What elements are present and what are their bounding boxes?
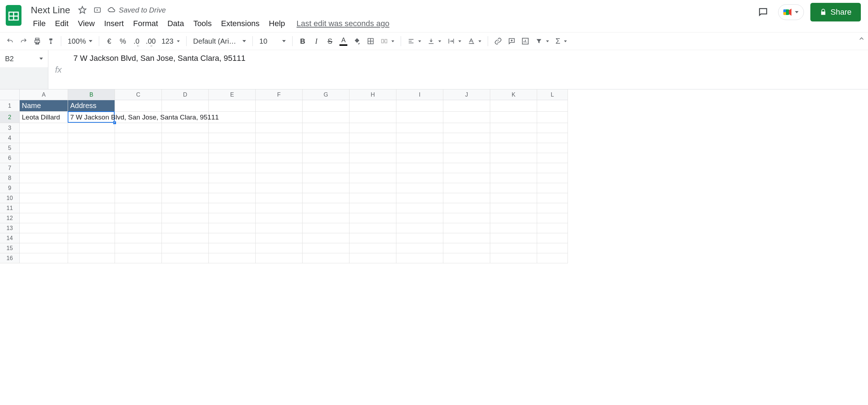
cell[interactable] (303, 193, 349, 203)
menu-data[interactable]: Data (163, 18, 188, 30)
cell[interactable] (303, 112, 349, 123)
cell[interactable] (162, 143, 209, 153)
cell[interactable] (303, 203, 349, 213)
cell[interactable] (115, 133, 162, 143)
format-percent-button[interactable]: % (116, 35, 129, 48)
cell[interactable] (490, 163, 537, 173)
select-all-corner[interactable] (0, 89, 20, 100)
cell[interactable] (537, 143, 568, 153)
functions-dropdown[interactable]: Σ (553, 36, 570, 46)
document-title[interactable]: Next Line (29, 4, 72, 16)
cell[interactable] (68, 223, 115, 233)
cell[interactable] (115, 253, 162, 263)
menu-extensions[interactable]: Extensions (217, 18, 264, 30)
cell[interactable] (396, 243, 443, 253)
cell[interactable] (396, 133, 443, 143)
cell[interactable] (256, 100, 303, 112)
cell[interactable] (68, 163, 115, 173)
row-header[interactable]: 12 (0, 213, 20, 223)
cell[interactable] (20, 193, 68, 203)
cell[interactable] (209, 153, 256, 163)
cell[interactable] (349, 203, 396, 213)
row-header[interactable]: 7 (0, 163, 20, 173)
cell[interactable] (256, 153, 303, 163)
cell[interactable] (443, 233, 490, 243)
cell[interactable] (162, 183, 209, 193)
column-header[interactable]: B (68, 89, 115, 100)
cell[interactable] (115, 123, 162, 133)
cell[interactable] (209, 100, 256, 112)
cell[interactable] (303, 173, 349, 183)
sheets-app-icon[interactable] (4, 3, 23, 28)
cell[interactable] (209, 203, 256, 213)
cell[interactable] (20, 203, 68, 213)
cell[interactable] (68, 123, 115, 133)
cell[interactable] (256, 243, 303, 253)
cell[interactable] (303, 223, 349, 233)
cell[interactable] (349, 100, 396, 112)
increase-decimal-button[interactable]: .00→ (144, 35, 158, 48)
cell[interactable] (349, 213, 396, 223)
italic-button[interactable]: I (310, 35, 323, 48)
filter-dropdown[interactable] (532, 38, 552, 45)
cell[interactable] (256, 183, 303, 193)
menu-tools[interactable]: Tools (189, 18, 216, 30)
font-size-dropdown[interactable]: 10 (256, 37, 289, 45)
column-header[interactable]: K (490, 89, 537, 100)
cell[interactable] (349, 193, 396, 203)
cell[interactable] (115, 173, 162, 183)
cell[interactable] (20, 233, 68, 243)
cell[interactable] (537, 112, 568, 123)
cell[interactable] (303, 143, 349, 153)
cell[interactable] (115, 233, 162, 243)
cell[interactable]: Name (20, 100, 68, 112)
cell[interactable] (490, 143, 537, 153)
move-icon[interactable] (92, 5, 102, 15)
menu-help[interactable]: Help (265, 18, 289, 30)
cell[interactable] (490, 153, 537, 163)
cell[interactable] (396, 233, 443, 243)
cell[interactable] (349, 183, 396, 193)
cell[interactable] (162, 193, 209, 203)
cell[interactable] (256, 163, 303, 173)
cell[interactable] (162, 213, 209, 223)
cell[interactable] (162, 163, 209, 173)
cell[interactable] (443, 123, 490, 133)
text-rotation-dropdown[interactable] (465, 38, 484, 45)
cell[interactable] (396, 153, 443, 163)
meet-dropdown[interactable] (778, 4, 804, 20)
cell[interactable] (349, 243, 396, 253)
cell[interactable] (303, 243, 349, 253)
text-wrap-dropdown[interactable] (445, 38, 464, 45)
cell[interactable] (490, 193, 537, 203)
undo-button[interactable] (4, 35, 16, 48)
cell[interactable] (443, 173, 490, 183)
cell[interactable] (303, 183, 349, 193)
row-header[interactable]: 13 (0, 223, 20, 233)
cell[interactable] (209, 123, 256, 133)
cell[interactable] (537, 173, 568, 183)
cell[interactable] (256, 173, 303, 183)
cell[interactable] (209, 193, 256, 203)
cell[interactable] (396, 203, 443, 213)
cell[interactable] (537, 193, 568, 203)
cell[interactable] (303, 163, 349, 173)
cell[interactable] (490, 112, 537, 123)
cell[interactable] (209, 173, 256, 183)
cell[interactable] (256, 233, 303, 243)
cell[interactable] (68, 173, 115, 183)
cell[interactable] (349, 112, 396, 123)
cell[interactable] (256, 253, 303, 263)
cell[interactable] (349, 123, 396, 133)
menu-insert[interactable]: Insert (100, 18, 128, 30)
row-header[interactable]: 9 (0, 183, 20, 193)
cell[interactable] (209, 133, 256, 143)
cell[interactable] (209, 163, 256, 173)
row-header[interactable]: 8 (0, 173, 20, 183)
cell[interactable] (68, 253, 115, 263)
cell[interactable] (443, 143, 490, 153)
cell[interactable] (303, 233, 349, 243)
cell[interactable] (537, 213, 568, 223)
text-color-button[interactable]: A (337, 35, 350, 48)
cell[interactable] (537, 183, 568, 193)
